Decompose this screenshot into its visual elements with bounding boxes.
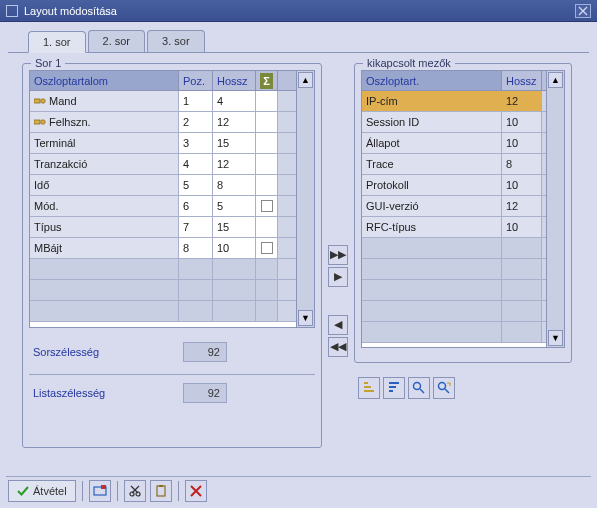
- svg-rect-2: [34, 120, 40, 124]
- cell-name: Session ID: [362, 112, 502, 132]
- move-right-button[interactable]: ▶: [328, 267, 348, 287]
- table-row[interactable]: IP-cím12: [362, 91, 546, 112]
- table-row[interactable]: Tranzakció412: [30, 154, 296, 175]
- table-row: [362, 301, 546, 322]
- cell-name: Protokoll: [362, 175, 502, 195]
- table-row[interactable]: Állapot10: [362, 133, 546, 154]
- cell-len[interactable]: 15: [213, 217, 256, 237]
- move-right-all-button[interactable]: ▶▶: [328, 245, 348, 265]
- tab-3[interactable]: 3. sor: [147, 30, 205, 52]
- clipboard-icon: [154, 484, 168, 498]
- cell-name: IP-cím: [362, 91, 502, 111]
- accept-button[interactable]: Átvétel: [8, 480, 76, 502]
- scroll-down-icon[interactable]: ▼: [298, 310, 313, 326]
- cell-pos[interactable]: 2: [179, 112, 213, 132]
- col-len-r[interactable]: Hossz: [502, 71, 542, 90]
- cell-pos[interactable]: 3: [179, 133, 213, 153]
- cell-pos: [179, 259, 213, 279]
- list-width-value: 92: [183, 383, 227, 403]
- cell-len[interactable]: 5: [213, 196, 256, 216]
- delete-button[interactable]: [185, 480, 207, 502]
- cell-name: Állapot: [362, 133, 502, 153]
- visible-fields-group: Sor 1 Oszloptartalom Poz. Hossz Σ Mand14…: [22, 63, 322, 448]
- checkbox[interactable]: [261, 200, 273, 212]
- window-title: Layout módosítása: [24, 5, 117, 17]
- cell-len[interactable]: 15: [213, 133, 256, 153]
- cell-len: [213, 280, 256, 300]
- table-row: [362, 259, 546, 280]
- table-row[interactable]: Mand14: [30, 91, 296, 112]
- cell-sum: [256, 301, 278, 321]
- sort-desc-button[interactable]: [383, 377, 405, 399]
- scroll-up-icon[interactable]: ▲: [548, 72, 563, 88]
- move-left-button[interactable]: ◀: [328, 315, 348, 335]
- cell-name: [362, 301, 502, 321]
- table-row[interactable]: RFC-típus10: [362, 217, 546, 238]
- cell-len: [502, 322, 542, 342]
- left-group-title: Sor 1: [31, 57, 65, 69]
- cell-sum: [256, 259, 278, 279]
- right-grid[interactable]: Oszloptart. Hossz IP-cím12Session ID10Ál…: [361, 70, 547, 348]
- table-row[interactable]: Felhszn.212: [30, 112, 296, 133]
- scroll-down-icon[interactable]: ▼: [548, 330, 563, 346]
- cell-len: [502, 238, 542, 258]
- sort-asc-button[interactable]: [358, 377, 380, 399]
- cell-sum: [256, 91, 278, 111]
- cell-sum[interactable]: [256, 238, 278, 258]
- left-grid[interactable]: Oszloptartalom Poz. Hossz Σ Mand14 Felhs…: [29, 70, 297, 328]
- hidden-fields-group: kikapcsolt mezők Oszloptart. Hossz IP-cí…: [354, 63, 572, 363]
- cell-len[interactable]: 12: [213, 112, 256, 132]
- table-row[interactable]: Terminál315: [30, 133, 296, 154]
- cell-len: [213, 301, 256, 321]
- svg-line-11: [420, 389, 424, 393]
- cell-name: [362, 259, 502, 279]
- scroll-up-icon[interactable]: ▲: [298, 72, 313, 88]
- table-row[interactable]: Protokoll10: [362, 175, 546, 196]
- cell-pos[interactable]: 8: [179, 238, 213, 258]
- move-left-all-button[interactable]: ◀◀: [328, 337, 348, 357]
- cell-name: [30, 259, 179, 279]
- left-scrollbar[interactable]: ▲ ▼: [297, 70, 315, 328]
- cell-pos[interactable]: 7: [179, 217, 213, 237]
- table-row[interactable]: Mód.65: [30, 196, 296, 217]
- col-pos[interactable]: Poz.: [179, 71, 213, 90]
- svg-rect-9: [389, 390, 393, 392]
- cell-len[interactable]: 4: [213, 91, 256, 111]
- col-len[interactable]: Hossz: [213, 71, 256, 90]
- table-row[interactable]: MBájt810: [30, 238, 296, 259]
- tool-button-1[interactable]: [89, 480, 111, 502]
- cut-button[interactable]: [124, 480, 146, 502]
- col-sum[interactable]: Σ: [256, 71, 278, 90]
- cell-name: GUI-verzió: [362, 196, 502, 216]
- find-button[interactable]: [408, 377, 430, 399]
- table-row[interactable]: Trace8: [362, 154, 546, 175]
- close-button[interactable]: [575, 4, 591, 18]
- cell-len[interactable]: 8: [213, 175, 256, 195]
- checkbox[interactable]: [261, 242, 273, 254]
- svg-point-3: [41, 120, 45, 124]
- col-content[interactable]: Oszloptartalom: [30, 71, 179, 90]
- cell-len: 12: [502, 91, 542, 111]
- sigma-icon: Σ: [260, 73, 273, 89]
- tab-1[interactable]: 1. sor: [28, 31, 86, 53]
- svg-rect-20: [157, 486, 165, 496]
- cell-len[interactable]: 12: [213, 154, 256, 174]
- right-scrollbar[interactable]: ▲ ▼: [547, 70, 565, 348]
- table-row[interactable]: Session ID10: [362, 112, 546, 133]
- col-content-r[interactable]: Oszloptart.: [362, 71, 502, 90]
- find-next-button[interactable]: [433, 377, 455, 399]
- table-row: [30, 259, 296, 280]
- cell-len: [502, 301, 542, 321]
- cell-sum: [256, 133, 278, 153]
- cell-pos[interactable]: 1: [179, 91, 213, 111]
- cell-pos[interactable]: 6: [179, 196, 213, 216]
- paste-button[interactable]: [150, 480, 172, 502]
- cell-pos[interactable]: 4: [179, 154, 213, 174]
- table-row[interactable]: GUI-verzió12: [362, 196, 546, 217]
- cell-pos[interactable]: 5: [179, 175, 213, 195]
- tab-2[interactable]: 2. sor: [88, 30, 146, 52]
- cell-sum[interactable]: [256, 196, 278, 216]
- cell-len[interactable]: 10: [213, 238, 256, 258]
- table-row[interactable]: Típus715: [30, 217, 296, 238]
- table-row[interactable]: Idő58: [30, 175, 296, 196]
